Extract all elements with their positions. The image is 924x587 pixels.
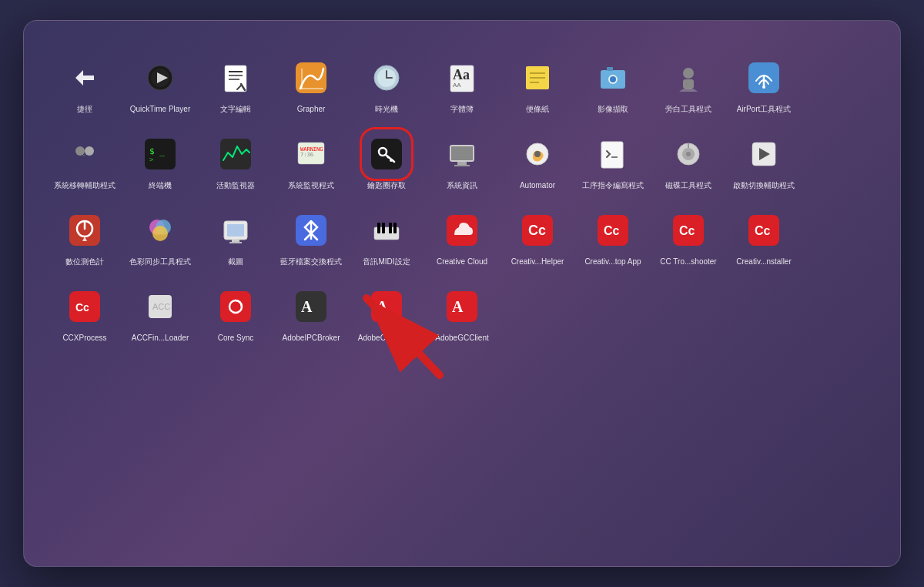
app-item-sysinfo[interactable]: 系統資訊 — [427, 126, 497, 195]
app-label-rogue: 旁白工具程式 — [665, 105, 711, 114]
app-icon-adobecputility: A — [363, 283, 410, 330]
svg-text:Cc: Cc — [679, 224, 695, 237]
app-item-quicktime[interactable]: QuickTime Player — [126, 50, 195, 119]
app-item-ccinstaller[interactable]: CcCreativ...nstaller — [729, 203, 798, 271]
app-icon-screenshot — [213, 207, 259, 253]
app-icon-rogue — [665, 55, 711, 101]
app-icon-ccinstaller: Cc — [741, 207, 787, 253]
app-icon-grapher — [288, 55, 334, 101]
app-label-stickies: 便條紙 — [526, 105, 549, 114]
app-item-airport[interactable]: AirPort工具程式 — [729, 50, 798, 119]
app-label-sysinfo: 系統資訊 — [447, 181, 477, 190]
empty-cell — [503, 279, 572, 347]
app-label-ccinstaller: Creativ...nstaller — [736, 257, 792, 267]
app-item-accfinloader[interactable]: ACCACCFin...Loader — [126, 279, 195, 347]
app-label-imagecapture: 影像擷取 — [598, 105, 628, 114]
svg-point-66 — [152, 226, 168, 241]
app-item-imagecapture[interactable]: 影像擷取 — [578, 50, 648, 119]
svg-rect-68 — [227, 224, 244, 236]
app-item-screenshot[interactable]: 截圖 — [201, 203, 270, 271]
app-item-fontbook[interactable]: AaAA字體簿 — [427, 50, 497, 119]
app-item-coresync[interactable]: Core Sync — [201, 279, 270, 347]
app-icon-midi — [363, 207, 410, 253]
svg-point-51 — [534, 151, 541, 157]
app-item-adobegcclient[interactable]: AAdobeGCClient — [427, 279, 497, 347]
app-item-grapher[interactable]: Grapher — [276, 50, 346, 119]
app-label-keychain: 鑰匙圈存取 — [367, 181, 406, 190]
app-label-cctroubleshoot: CC Tro...shooter — [660, 257, 716, 267]
app-item-adobecputility[interactable]: AAdobeC...pUtility — [352, 279, 421, 347]
svg-point-33 — [85, 146, 94, 156]
app-item-cchelper[interactable]: CcCreativ...Helper — [503, 203, 572, 271]
app-item-midi[interactable]: 音訊MIDI設定 — [352, 203, 421, 271]
app-item-rogue[interactable]: 旁白工具程式 — [654, 50, 723, 119]
svg-text:Cc: Cc — [528, 223, 546, 238]
app-item-consolelog[interactable]: WARNING7:36系統監視程式 — [276, 126, 346, 195]
svg-point-31 — [762, 86, 765, 89]
app-label-creativecloud: Creative Cloud — [437, 257, 487, 267]
app-icon-imagecapture — [590, 55, 636, 101]
app-label-terminal: 終端機 — [149, 181, 172, 190]
app-label-midi: 音訊MIDI設定 — [363, 257, 410, 267]
app-icon-terminal: $ _> — [137, 131, 183, 177]
app-icon-cchelper: Cc — [514, 207, 561, 253]
svg-point-27 — [610, 76, 616, 82]
app-icon-diskutil — [665, 131, 711, 177]
empty-cell — [805, 203, 874, 271]
app-item-bluetooth[interactable]: 藍牙檔案交換程式 — [276, 203, 346, 271]
app-item-shortcuts[interactable]: 捷徑 — [50, 50, 119, 119]
app-item-timemachine[interactable]: 時光機 — [352, 50, 421, 119]
app-item-ccdtop[interactable]: CcCreativ...top App — [578, 203, 648, 271]
app-item-digitalmeter[interactable]: 數位測色計 — [50, 203, 119, 271]
app-item-colorsync[interactable]: 色彩同步工具程式 — [126, 203, 195, 271]
app-item-ccxprocess[interactable]: CcCCXProcess — [50, 279, 119, 347]
app-label-activitymonitor: 活動監視器 — [216, 181, 255, 190]
app-icon-consolelog: WARNING7:36 — [288, 131, 334, 177]
app-item-diskutil[interactable]: 磁碟工具程式 — [654, 126, 723, 195]
app-item-creativecloud[interactable]: Creative Cloud — [427, 203, 497, 271]
app-item-scriptedit[interactable]: 工序指令編寫程式 — [578, 126, 648, 195]
app-item-migrationassist[interactable]: 系統移轉輔助程式 — [50, 126, 119, 195]
app-icon-migrationassist — [62, 131, 108, 177]
app-item-activitymonitor[interactable]: 活動監視器 — [201, 126, 270, 195]
svg-point-44 — [390, 159, 393, 162]
app-item-stickies[interactable]: 便條紙 — [503, 50, 572, 119]
svg-rect-76 — [389, 223, 392, 233]
app-label-airport: AirPort工具程式 — [737, 105, 792, 114]
app-icon-adobeipcbroker: A — [288, 283, 334, 330]
app-label-migrationassist: 系統移轉輔助程式 — [54, 181, 116, 190]
app-icon-adobegcclient: A — [439, 283, 485, 330]
empty-cell — [654, 279, 723, 347]
svg-text:Aa: Aa — [453, 67, 470, 82]
svg-text:Cc: Cc — [755, 224, 771, 237]
app-item-adobeipcbroker[interactable]: AAdobeIPCBroker — [276, 279, 346, 347]
app-item-cctroubleshoot[interactable]: CcCC Tro...shooter — [654, 203, 723, 271]
app-icon-shortcuts — [62, 55, 108, 101]
app-icon-automator — [514, 131, 561, 177]
svg-rect-47 — [451, 146, 473, 160]
app-item-keychain[interactable]: 鑰匙圈存取 — [352, 126, 421, 195]
svg-rect-49 — [454, 165, 470, 166]
app-icon-sysinfo — [439, 131, 485, 177]
app-item-automator[interactable]: Automator — [503, 126, 572, 195]
app-label-cchelper: Creativ...Helper — [511, 257, 564, 267]
app-label-adobeipcbroker: AdobeIPCBroker — [282, 334, 340, 343]
app-label-adobecputility: AdobeC...pUtility — [358, 334, 415, 343]
app-label-digitalmeter: 數位測色計 — [65, 257, 104, 267]
empty-cell — [729, 279, 798, 347]
app-label-colorsync: 色彩同步工具程式 — [129, 257, 191, 267]
svg-rect-69 — [232, 240, 239, 242]
svg-rect-25 — [607, 67, 613, 71]
svg-point-32 — [75, 146, 85, 156]
empty-cell — [805, 126, 874, 195]
svg-text:A: A — [452, 298, 464, 315]
svg-rect-37 — [220, 139, 251, 169]
app-icon-activitymonitor — [213, 131, 259, 177]
empty-cell — [805, 279, 874, 347]
svg-rect-48 — [457, 162, 467, 165]
svg-rect-91 — [220, 291, 251, 322]
app-label-automator: Automator — [520, 181, 555, 190]
app-item-terminal[interactable]: $ _>終端機 — [126, 126, 195, 195]
app-item-textedit[interactable]: 文字編輯 — [201, 50, 270, 119]
app-item-bootcamp[interactable]: 啟動切換輔助程式 — [729, 126, 798, 195]
